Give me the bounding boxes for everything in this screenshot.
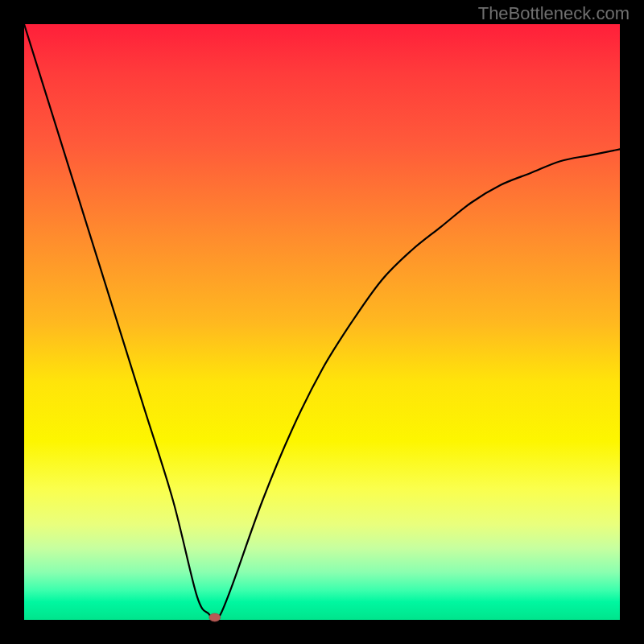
bottleneck-curve xyxy=(24,24,620,620)
watermark-text: TheBottleneck.com xyxy=(478,3,630,24)
minimum-dot xyxy=(209,613,221,621)
plot-area xyxy=(24,24,620,620)
bottleneck-curve-path xyxy=(24,24,620,620)
chart-frame: TheBottleneck.com xyxy=(0,0,644,644)
